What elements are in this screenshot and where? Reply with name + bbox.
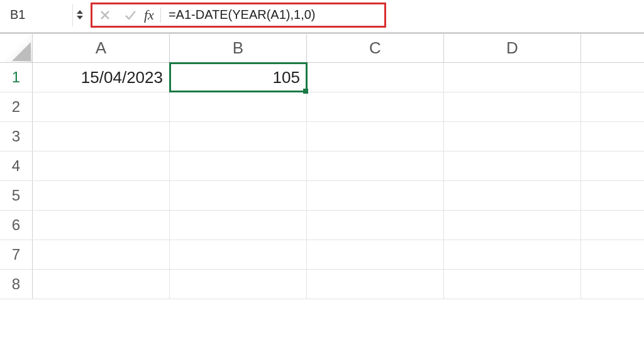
table-row: 6 (0, 211, 644, 240)
cell-C2[interactable] (307, 92, 444, 121)
cell-B4[interactable] (170, 152, 307, 180)
cell-C4[interactable] (307, 152, 444, 180)
cell-B3[interactable] (170, 122, 307, 151)
table-row: 3 (0, 122, 644, 152)
cell-E8[interactable] (581, 270, 644, 299)
row-header-7[interactable]: 7 (0, 240, 33, 269)
cell-C7[interactable] (307, 240, 444, 269)
cell-B2[interactable] (170, 92, 307, 121)
cell-C8[interactable] (307, 270, 444, 299)
cell-A1[interactable]: 15/04/2023 (33, 63, 170, 92)
table-row: 2 (0, 92, 644, 122)
cell-A8[interactable] (33, 270, 170, 299)
formula-input[interactable]: =A1-DATE(YEAR(A1),1,0) (164, 8, 316, 22)
row-header-2[interactable]: 2 (0, 92, 33, 121)
table-row: 4 (0, 152, 644, 181)
cell-D3[interactable] (444, 122, 581, 151)
cell-E1[interactable] (581, 63, 644, 92)
cell-E4[interactable] (581, 152, 644, 180)
cell-E2[interactable] (581, 92, 644, 121)
cell-D5[interactable] (444, 181, 581, 210)
cell-D7[interactable] (444, 240, 581, 269)
cell-A5[interactable] (33, 181, 170, 210)
row-header-4[interactable]: 4 (0, 152, 33, 180)
cell-C5[interactable] (307, 181, 444, 210)
cell-E7[interactable] (581, 240, 644, 269)
cell-D4[interactable] (444, 152, 581, 180)
table-row: 1 15/04/2023 105 (0, 63, 644, 92)
row-header-3[interactable]: 3 (0, 122, 33, 151)
cell-A7[interactable] (33, 240, 170, 269)
row-header-5[interactable]: 5 (0, 181, 33, 210)
table-row: 8 (0, 270, 644, 299)
chevron-down-icon (77, 16, 83, 19)
row-header-8[interactable]: 8 (0, 270, 33, 299)
col-header-D[interactable]: D (444, 34, 581, 62)
cell-A6[interactable] (33, 211, 170, 240)
cell-C3[interactable] (307, 122, 444, 151)
cell-D2[interactable] (444, 92, 581, 121)
cell-D1[interactable] (444, 63, 581, 92)
cell-D6[interactable] (444, 211, 581, 240)
divider (160, 8, 161, 23)
cell-E5[interactable] (581, 181, 644, 210)
select-all-corner[interactable] (0, 34, 33, 62)
cell-value: 15/04/2023 (81, 68, 163, 87)
name-box-value: B1 (10, 8, 25, 22)
column-headers: A B C D (0, 34, 644, 63)
name-box-stepper[interactable] (73, 4, 87, 26)
formula-bar-highlight: fx =A1-DATE(YEAR(A1),1,0) (91, 3, 386, 28)
cell-E3[interactable] (581, 122, 644, 151)
cell-C1[interactable] (307, 63, 444, 92)
cell-D8[interactable] (444, 270, 581, 299)
col-header-B[interactable]: B (170, 34, 307, 62)
cell-C6[interactable] (307, 211, 444, 240)
table-row: 5 (0, 181, 644, 211)
name-box[interactable]: B1 (4, 4, 73, 26)
cell-B7[interactable] (170, 240, 307, 269)
row-header-6[interactable]: 6 (0, 211, 33, 240)
cell-E6[interactable] (581, 211, 644, 240)
cancel-button[interactable] (92, 4, 118, 26)
cell-B1[interactable]: 105 (170, 63, 307, 92)
check-icon (124, 9, 136, 21)
col-header-C[interactable]: C (307, 34, 444, 62)
cell-B6[interactable] (170, 211, 307, 240)
cell-A4[interactable] (33, 152, 170, 180)
chevron-up-icon (77, 10, 83, 14)
enter-button[interactable] (118, 4, 143, 26)
cell-A3[interactable] (33, 122, 170, 151)
col-header-A[interactable]: A (33, 34, 170, 62)
cell-B8[interactable] (170, 270, 307, 299)
x-icon (100, 10, 110, 20)
table-row: 7 (0, 240, 644, 270)
row-header-1[interactable]: 1 (0, 63, 33, 92)
spreadsheet-grid: A B C D 1 15/04/2023 105 2 3 4 (0, 34, 644, 299)
cell-value: 105 (273, 68, 300, 87)
cell-A2[interactable] (33, 92, 170, 121)
cell-B5[interactable] (170, 181, 307, 210)
col-header-extra[interactable] (581, 34, 644, 62)
formula-bar-row: B1 fx =A1-DATE(YEAR(A1),1,0) (0, 0, 644, 34)
fx-label[interactable]: fx (143, 7, 158, 23)
